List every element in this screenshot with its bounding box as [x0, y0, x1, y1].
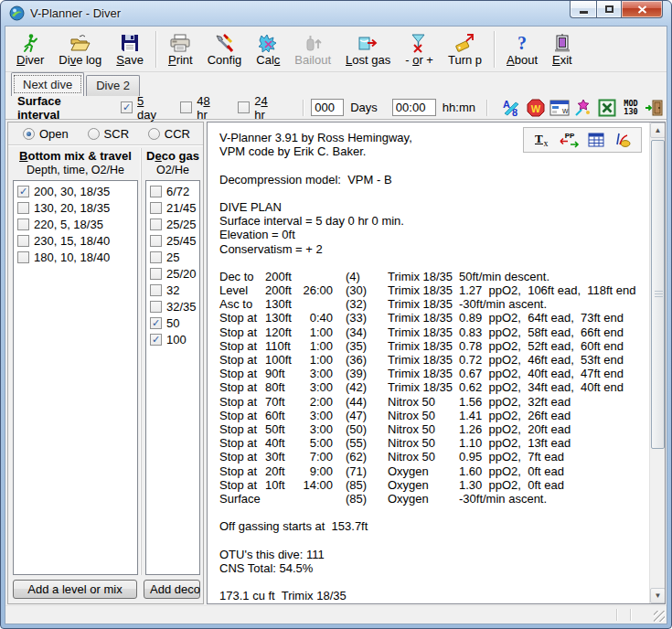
toolbar-button-diver[interactable]: Diver	[9, 30, 51, 69]
toolbar-button-calc[interactable]: Calc	[249, 30, 287, 69]
text-format-tool-button[interactable]: Tx	[532, 132, 552, 148]
scrollbar-thumb[interactable]	[651, 140, 665, 449]
bottom-mix-item[interactable]: ✓200, 30, 18/35	[14, 183, 137, 199]
pp-swap-tool-button[interactable]: PP	[560, 132, 580, 148]
deco-gas-item[interactable]: 25	[146, 249, 199, 265]
plan-cell-c4: (50)	[346, 422, 388, 436]
plan-row: Surface(85)Oxygen-30ft/min ascent.	[219, 492, 643, 506]
plan-cell-c2: 40ft	[265, 436, 298, 450]
svg-text:?: ?	[517, 33, 527, 53]
add-level-or-mix-button[interactable]: Add a level or mix	[13, 580, 137, 599]
days-input[interactable]	[311, 99, 344, 116]
plan-cell-c4: (42)	[346, 380, 388, 394]
deco-gas-item[interactable]: 25/25	[146, 216, 199, 232]
toolbar-button-turn-p[interactable]: Turn p	[441, 30, 489, 69]
plan-cell-c3: 3:00	[298, 380, 333, 394]
scroll-down-arrow[interactable]: ▼	[650, 588, 666, 603]
deco-gas-item[interactable]: ✓100	[146, 331, 199, 347]
plan-cell-c2: 120ft	[265, 325, 298, 339]
surface-checkbox-48-hr[interactable]: 48 hr	[180, 94, 222, 122]
time-input[interactable]	[392, 99, 436, 116]
plan-cell-c6: 0.72 ppO2, 46ft ead, 53ft end	[459, 353, 643, 367]
plan-cell-c1: Stop at	[219, 450, 265, 464]
bottom-mix-item[interactable]: 130, 20, 18/35	[14, 199, 137, 216]
plan-cell-c3: 7:00	[298, 450, 333, 464]
maximize-icon	[605, 5, 613, 13]
plan-cell-c5: Trimix 18/35	[388, 339, 459, 353]
exit-door-icon-button[interactable]	[643, 98, 667, 118]
plan-cell-c2: 50ft	[265, 422, 298, 436]
minimize-icon	[580, 11, 588, 14]
output-scrollbar[interactable]: ▲ ▼	[649, 123, 665, 603]
toolbar-button-about[interactable]: ?About	[499, 30, 545, 69]
plan-row: Stop at40ft5:00(55)Nitrox 501.10 ppO2, 1…	[219, 436, 643, 450]
plan-cell-c3: 0:40	[298, 311, 333, 325]
separator	[303, 100, 304, 116]
deco-gas-item[interactable]: 32/35	[146, 298, 199, 314]
maximize-button[interactable]	[596, 1, 622, 18]
toolbar-button-dive-log[interactable]: Dive log	[51, 30, 109, 69]
plan-cell-c6: 0.67 ppO2, 40ft ead, 47ft end	[459, 367, 643, 380]
plan-cell-c1: Level	[219, 283, 265, 297]
mod-130-icon-button[interactable]: MOD130	[619, 98, 643, 118]
circuit-mode-group: OpenSCRCCR	[8, 123, 203, 145]
plan-cell-c4: (33)	[346, 311, 388, 325]
checkbox-icon	[17, 202, 29, 214]
plan-cell-c6: -30ft/min ascent.	[459, 492, 643, 506]
plan-cell-c1: Stop at	[219, 353, 265, 367]
word-stop-icon-button[interactable]: W	[524, 98, 548, 118]
toolbar-button-print[interactable]: Print	[161, 30, 200, 69]
deco-gas-item[interactable]: 25/20	[146, 265, 199, 282]
plan-cell-c5: Trimix 18/35	[388, 297, 459, 311]
plan-cell-c4: (47)	[346, 409, 388, 422]
toolbar-button-minus-or-plus[interactable]: - or +	[398, 30, 441, 69]
plan-cell-c2: 30ft	[265, 450, 298, 464]
radio-ccr[interactable]: CCR	[148, 127, 190, 141]
radio-scr[interactable]: SCR	[88, 127, 129, 141]
tab-next-dive[interactable]: Next dive	[11, 72, 84, 96]
bottom-mix-item[interactable]: 180, 10, 18/40	[14, 249, 137, 265]
deco-gas-item[interactable]: ✓50	[146, 314, 199, 331]
bottom-mix-list[interactable]: ✓200, 30, 18/35130, 20, 18/35220, 5, 18/…	[13, 180, 138, 575]
gas-label: 25	[166, 251, 179, 264]
checkbox-icon: ✓	[150, 334, 162, 346]
surface-checkbox-5-day[interactable]: ✓5 day	[121, 94, 165, 122]
surface-checkbox-24-hr[interactable]: 24 hr	[238, 94, 280, 122]
checkbox-icon	[150, 202, 162, 214]
radio-open[interactable]: Open	[23, 127, 69, 141]
plan-row: Dec to200ft(4)Trimix 18/3550ft/min desce…	[219, 270, 643, 283]
bottom-mix-item[interactable]: 230, 15, 18/40	[14, 232, 137, 249]
plan-cell-c1: Stop at	[219, 395, 265, 409]
pen-highlight-tool-button[interactable]	[613, 132, 633, 148]
excel-icon-button[interactable]	[595, 98, 619, 118]
scroll-up-arrow[interactable]: ▲	[650, 123, 666, 138]
bottom-mix-item[interactable]: 220, 5, 18/35	[14, 216, 137, 232]
plan-cell-c2: 10ft	[265, 478, 298, 492]
plan-cell-c5: Trimix 18/35	[388, 367, 459, 380]
toolbar-button-lost-gas[interactable]: Lost gas	[338, 30, 398, 69]
deco-gas-item[interactable]: 25/45	[146, 232, 199, 249]
minimize-button[interactable]	[570, 1, 596, 18]
deco-gas-item[interactable]: 32	[146, 282, 199, 298]
plan-cell-c3: 3:00	[298, 367, 333, 380]
plan-cell-c3: 1:00	[298, 353, 333, 367]
wizard-icon-button[interactable]	[571, 98, 595, 118]
resize-grip[interactable]	[654, 611, 665, 622]
output-mini-toolbar: TxPP	[523, 127, 642, 153]
font-convert-icon-button[interactable]: A8	[500, 98, 524, 118]
toolbar-button-config[interactable]: Config	[200, 30, 250, 69]
plan-cell-c6: 0.62 ppO2, 34ft ead, 40ft end	[459, 380, 643, 394]
deco-gas-list[interactable]: 6/7221/4525/2525/452525/203232/35✓50✓100	[145, 180, 200, 575]
toolbar-button-save[interactable]: Save	[109, 30, 151, 69]
deco-gas-item[interactable]: 6/72	[146, 183, 199, 199]
close-button[interactable]	[622, 1, 663, 18]
window-report-icon-button[interactable]: w	[548, 98, 571, 118]
plan-cell-c2: 90ft	[265, 367, 298, 380]
deco-gas-item[interactable]: 21/45	[146, 199, 199, 216]
plan-cell-c6: 1.60 ppO2, 0ft ead	[459, 464, 643, 478]
table-view-tool-button[interactable]	[587, 132, 605, 148]
checkbox-icon	[150, 268, 162, 280]
add-deco-button[interactable]: Add deco	[144, 580, 200, 599]
plan-cell-c4: (32)	[346, 297, 388, 311]
toolbar-button-exit[interactable]: Exit	[545, 30, 580, 69]
